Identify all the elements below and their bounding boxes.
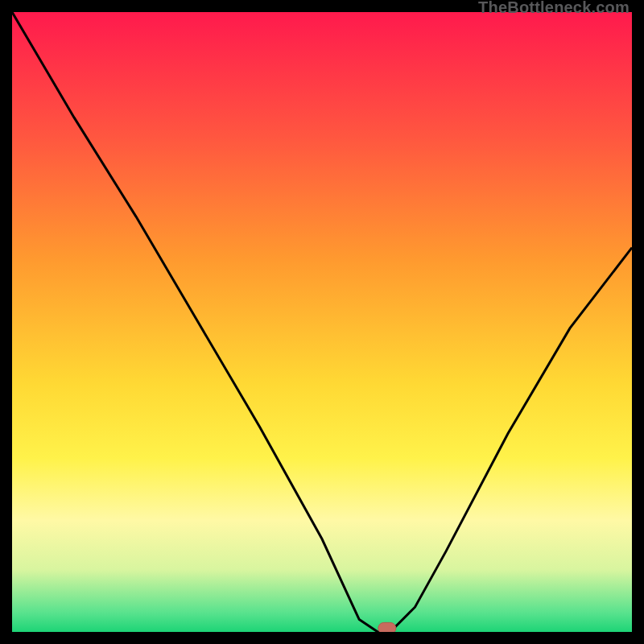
watermark-text: TheBottleneck.com <box>478 0 630 17</box>
chart-frame: TheBottleneck.com <box>0 0 644 644</box>
bottleneck-chart <box>12 12 632 632</box>
optimum-marker <box>378 622 396 632</box>
plot-area <box>12 12 632 632</box>
